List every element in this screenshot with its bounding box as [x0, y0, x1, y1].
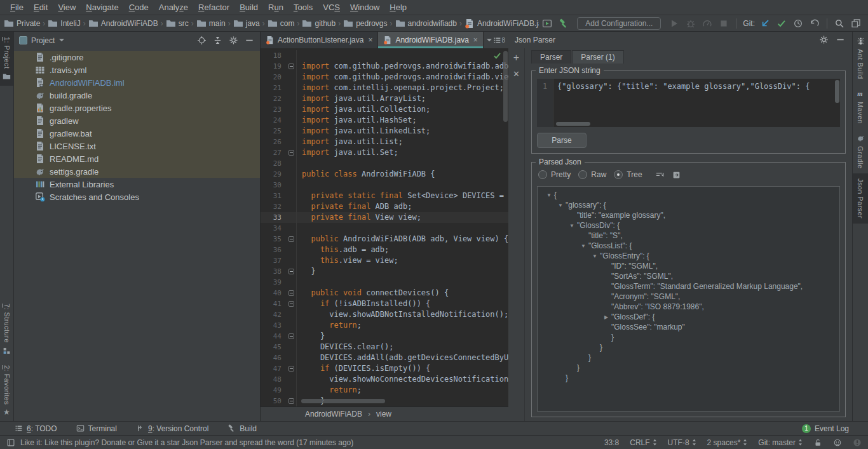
toolwindow-button-todo[interactable]: 6: TODO [15, 424, 57, 433]
tree-expanded-icon[interactable]: ▼ [567, 223, 577, 229]
project-tree-item[interactable]: .gitignore [14, 51, 260, 64]
tree-collapsed-icon[interactable]: ▶ [601, 314, 611, 320]
json-input-vertical-scrollbar[interactable] [835, 80, 839, 103]
toggle-toolwindows-icon[interactable] [6, 438, 15, 447]
toolwindow-button-build[interactable]: Build [227, 424, 257, 433]
menu-item-view[interactable]: View [53, 0, 81, 15]
json-tree-row[interactable]: "title": "S", [538, 231, 839, 241]
editor-breadcrumb-item[interactable]: view [376, 410, 391, 419]
json-tree-row[interactable]: "title": "example glossary", [538, 210, 839, 220]
code-line[interactable]: 32 private final ADB adb; [261, 201, 508, 212]
breadcrumb-item[interactable]: main [196, 18, 226, 29]
json-tree-row[interactable]: "GlossSee": "markup" [538, 322, 839, 332]
breadcrumb-item[interactable]: AndroidWiFiADB [88, 18, 158, 29]
fold-start-icon[interactable] [288, 64, 294, 69]
code-line[interactable]: 44 } [261, 331, 508, 342]
fold-gutter[interactable] [286, 298, 297, 309]
breadcrumb-item[interactable]: github [302, 18, 336, 29]
notifications-icon[interactable] [853, 438, 862, 447]
code-line[interactable]: 30 [261, 180, 508, 191]
fold-gutter[interactable] [286, 61, 297, 72]
debug-icon[interactable] [683, 17, 698, 30]
project-tree-item[interactable]: LICENSE.txt [14, 140, 260, 152]
menu-item-build[interactable]: Build [234, 0, 263, 15]
json-tree-row[interactable]: "ID": "SGML", [538, 261, 839, 271]
breadcrumb-item[interactable]: pedrovgs [343, 18, 387, 29]
fold-gutter[interactable] [286, 363, 297, 374]
fold-start-icon[interactable] [288, 236, 294, 242]
code-line[interactable]: 18 [261, 50, 508, 61]
tool-stripe-tab-ant-build[interactable]: Ant Build [853, 32, 868, 84]
json-tree-row[interactable]: } [538, 363, 839, 373]
unlock-icon[interactable] [813, 438, 822, 447]
json-tree-view[interactable]: ▼{▼"glossary": {"title": "example glossa… [537, 186, 840, 412]
close-tab-icon[interactable]: × [473, 36, 478, 44]
fold-start-icon[interactable] [288, 290, 294, 296]
json-tree-row[interactable]: ▼"GlossDiv": { [538, 220, 839, 231]
code-line[interactable]: 21import com.intellij.openapi.project.Pr… [261, 83, 508, 93]
project-tree-item[interactable]: .travis.yml [14, 64, 260, 76]
code-line[interactable]: 31 private static final Set<Device> DEVI… [261, 191, 508, 201]
json-tree-row[interactable]: } [538, 352, 839, 363]
code-line[interactable]: 29public class AndroidWiFiADB { [261, 169, 508, 180]
fold-end-icon[interactable] [288, 333, 294, 339]
copy-result-icon[interactable] [670, 169, 683, 180]
radio-pretty[interactable]: Pretty [538, 170, 571, 179]
json-tree-row[interactable]: "SortAs": "SGML", [538, 271, 839, 281]
json-tree-row[interactable]: } [538, 342, 839, 352]
locate-file-icon[interactable] [197, 36, 207, 46]
tree-expanded-icon[interactable]: ▼ [578, 243, 588, 249]
add-parser-tab-icon[interactable]: + [511, 52, 522, 64]
parser-tab[interactable]: Parser [531, 50, 571, 64]
project-panel-title[interactable]: Project [31, 36, 55, 45]
ide-indicator-icon[interactable] [833, 438, 842, 447]
settings-icon[interactable] [819, 35, 829, 45]
inspections-ok-icon[interactable] [493, 51, 501, 60]
git-commit-icon[interactable] [774, 17, 789, 30]
project-tree-item[interactable]: settigs.gradle [14, 165, 260, 178]
code-line[interactable]: 38 } [261, 266, 508, 277]
toolwindow-button-terminal[interactable]: Terminal [76, 424, 117, 433]
tool-stripe-tab-structure[interactable]: 7: Structure [0, 298, 13, 360]
tool-stripe-tab-project[interactable]: 1: Project [0, 32, 13, 86]
fold-gutter[interactable] [286, 331, 297, 342]
code-line[interactable]: 34 [261, 223, 508, 234]
tool-stripe-tab-favorites[interactable]: 2: Favorites★ [0, 360, 13, 421]
git-update-icon[interactable] [757, 17, 773, 30]
fold-end-icon[interactable] [288, 398, 294, 404]
breadcrumb-item[interactable]: Private [4, 18, 40, 29]
fold-end-icon[interactable] [288, 150, 294, 156]
code-line[interactable]: 49 return; [261, 385, 508, 396]
breadcrumb-item[interactable]: androidwifiadb [395, 18, 457, 29]
fold-gutter[interactable] [286, 288, 297, 298]
json-tree-row[interactable]: } [538, 373, 839, 383]
caret-position-widget[interactable]: 33:8 [604, 438, 619, 447]
tree-expanded-icon[interactable]: ▼ [544, 192, 554, 198]
code-line[interactable]: 37 this.view = view; [261, 255, 508, 266]
code-line[interactable]: 42 view.showADBNotInstalledNotification(… [261, 309, 508, 320]
fold-gutter[interactable] [286, 234, 297, 245]
json-tree-row[interactable]: ▶"GlossDef": { [538, 312, 839, 322]
tool-stripe-tab-gradle[interactable]: Gradle [853, 129, 868, 173]
tool-stripe-tab-maven[interactable]: mMaven [853, 84, 868, 129]
menu-item-edit[interactable]: Edit [29, 0, 53, 15]
tree-expanded-icon[interactable]: ▼ [590, 253, 600, 259]
hide-panel-icon[interactable] [245, 36, 255, 46]
code-editor[interactable]: 1819import com.github.pedrovgs.androidwi… [261, 48, 508, 406]
code-line[interactable]: 25import java.util.LinkedList; [261, 126, 508, 137]
code-line[interactable]: 26import java.util.List; [261, 137, 508, 147]
breadcrumb-item[interactable]: AndroidWiFiADB.java [465, 18, 539, 29]
code-line[interactable]: 33 private final View view; [261, 212, 508, 223]
rollback-icon[interactable] [807, 17, 822, 30]
profile-icon[interactable] [700, 17, 715, 30]
code-line[interactable]: 46 DEVICES.addAll(adb.getDevicesConnecte… [261, 352, 508, 363]
status-widget-utf8[interactable]: UTF-8 [668, 438, 696, 447]
search-everywhere-icon[interactable] [832, 17, 847, 30]
menu-item-code[interactable]: Code [124, 0, 154, 15]
code-line[interactable]: 43 return; [261, 320, 508, 331]
code-line[interactable]: 48 view.showNoConnectedDevicesNotificati… [261, 374, 508, 385]
fold-end-icon[interactable] [288, 269, 294, 274]
radio-raw[interactable]: Raw [578, 170, 606, 179]
parse-button[interactable]: Parse [537, 133, 587, 148]
code-line[interactable]: 28 [261, 158, 508, 169]
